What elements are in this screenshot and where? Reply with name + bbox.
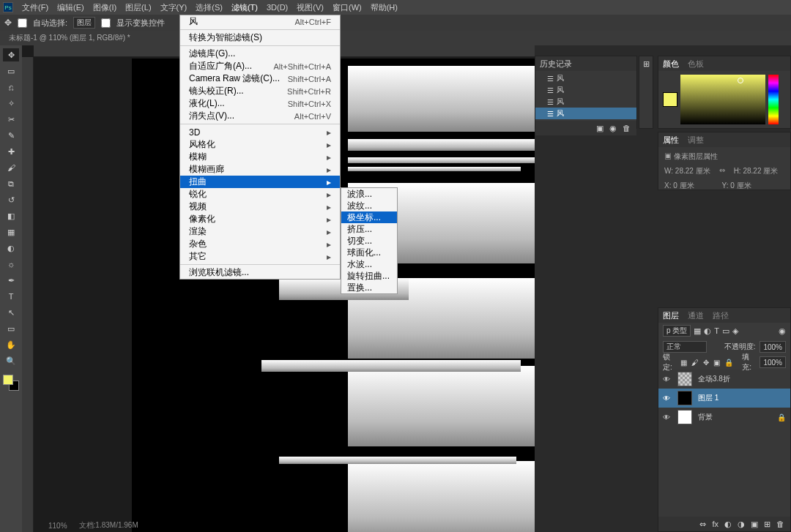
filter-other[interactable]: 其它: [180, 250, 340, 263]
menu-filter[interactable]: 滤镜(T): [227, 2, 262, 13]
color-field[interactable]: [680, 75, 765, 124]
menu-help[interactable]: 帮助(H): [366, 2, 402, 13]
lasso-tool[interactable]: ⎌: [3, 80, 19, 94]
layer-name[interactable]: 背景: [698, 412, 713, 422]
layer-row[interactable]: 👁 全场3.8折: [658, 370, 790, 389]
layer-name[interactable]: 全场3.8折: [698, 374, 730, 384]
layer-name[interactable]: 图层 1: [698, 393, 718, 403]
filter-adaptive-wide[interactable]: 自适应广角(A)...Alt+Shift+Ctrl+A: [180, 60, 340, 72]
lock-all-icon[interactable]: 🔒: [724, 359, 733, 367]
adjustment-layer-icon[interactable]: ◑: [738, 520, 745, 529]
filter-shape-icon[interactable]: ▭: [722, 326, 729, 336]
menu-edit[interactable]: 编辑(E): [53, 2, 89, 13]
swatches-tab[interactable]: 色板: [688, 59, 704, 70]
history-state[interactable]: ☰风: [535, 72, 636, 84]
color-swatches[interactable]: [3, 375, 19, 391]
delete-state-icon[interactable]: 🗑: [623, 124, 631, 132]
filter-vanishing-point[interactable]: 消失点(V)...Alt+Ctrl+V: [180, 110, 340, 122]
filter-liquify[interactable]: 液化(L)...Shift+Ctrl+X: [180, 97, 340, 110]
history-brush-tool[interactable]: ↺: [3, 193, 19, 206]
layer-row[interactable]: 👁 图层 1: [658, 389, 790, 408]
layer-filter-kind[interactable]: p 类型: [663, 325, 691, 337]
distort-wave[interactable]: 波浪...: [341, 188, 397, 200]
healing-tool[interactable]: ✚: [3, 145, 19, 158]
visibility-icon[interactable]: 👁: [663, 394, 672, 402]
menu-image[interactable]: 图像(I): [89, 2, 121, 13]
filter-smart-icon[interactable]: ◈: [732, 326, 738, 336]
paths-tab[interactable]: 路径: [713, 310, 729, 321]
filter-lens-correction[interactable]: 镜头校正(R)...Shift+Ctrl+R: [180, 85, 340, 97]
collapsed-panel-icon[interactable]: ⊞: [643, 59, 650, 69]
history-state[interactable]: ☰风: [535, 96, 636, 108]
filter-render[interactable]: 渲染: [180, 225, 340, 238]
link-layers-icon[interactable]: ⇔: [699, 520, 706, 529]
hue-slider[interactable]: [768, 75, 779, 124]
filter-stylize[interactable]: 风格化: [180, 138, 340, 151]
filter-type-icon[interactable]: T: [714, 326, 719, 335]
blur-tool[interactable]: ◐: [3, 241, 19, 255]
eyedropper-tool[interactable]: ✎: [3, 129, 19, 142]
properties-tab[interactable]: 属性: [663, 135, 679, 146]
history-state[interactable]: ☰风: [535, 108, 636, 119]
document-tab[interactable]: 未标题-1 @ 110% (图层 1, RGB/8#) *: [3, 33, 136, 43]
transform-ctrls-checkbox[interactable]: [101, 18, 111, 28]
shape-tool[interactable]: ▭: [3, 322, 19, 335]
lock-transparency-icon[interactable]: ▦: [680, 359, 687, 367]
menu-window[interactable]: 窗口(W): [328, 2, 366, 13]
filter-blur-gallery[interactable]: 模糊画廊: [180, 163, 340, 176]
layer-thumbnail[interactable]: [677, 372, 692, 386]
new-layer-icon[interactable]: ⊞: [764, 520, 770, 529]
path-select-tool[interactable]: ↖: [3, 306, 19, 319]
x-field[interactable]: X: 0 厘米: [664, 181, 694, 191]
filter-distort[interactable]: 扭曲: [180, 176, 340, 188]
move-tool[interactable]: ✥: [3, 48, 19, 61]
delete-layer-icon[interactable]: 🗑: [776, 520, 784, 528]
marquee-tool[interactable]: ▭: [3, 64, 19, 78]
visibility-icon[interactable]: 👁: [663, 375, 672, 383]
crop-tool[interactable]: ✂: [3, 113, 19, 126]
channels-tab[interactable]: 通道: [688, 310, 704, 321]
layer-thumbnail[interactable]: [677, 410, 692, 424]
filter-toggle-icon[interactable]: ◉: [779, 326, 786, 336]
opacity-value[interactable]: 100%: [760, 341, 786, 353]
distort-spherize[interactable]: 球面化...: [341, 247, 397, 258]
filter-pixel-icon[interactable]: ▦: [694, 326, 701, 336]
history-tab[interactable]: 历史记录: [535, 56, 636, 71]
adjustments-tab[interactable]: 调整: [688, 135, 704, 146]
menu-layer[interactable]: 图层(L): [121, 2, 155, 13]
filter-noise[interactable]: 杂色: [180, 238, 340, 250]
lock-pixels-icon[interactable]: 🖌: [691, 359, 699, 367]
link-wh-icon[interactable]: ⇔: [719, 166, 725, 176]
filter-video[interactable]: 视频: [180, 201, 340, 213]
blend-mode-select[interactable]: 正常: [663, 341, 707, 353]
dodge-tool[interactable]: ☼: [3, 258, 19, 271]
gradient-tool[interactable]: ▦: [3, 225, 19, 239]
type-tool[interactable]: T: [3, 290, 19, 303]
menu-view[interactable]: 视图(V): [292, 2, 328, 13]
distort-pinch[interactable]: 挤压...: [341, 223, 397, 235]
create-snapshot-icon[interactable]: ▣: [596, 124, 604, 133]
foreground-color-swatch[interactable]: [3, 375, 13, 385]
height-field[interactable]: H: 28.22 厘米: [734, 166, 779, 176]
lock-artboard-icon[interactable]: ▣: [713, 359, 720, 367]
layer-thumbnail[interactable]: [677, 391, 692, 405]
lock-position-icon[interactable]: ✥: [703, 359, 709, 367]
zoom-tool[interactable]: 🔍: [3, 354, 19, 367]
stamp-tool[interactable]: ⧉: [3, 177, 19, 190]
menu-type[interactable]: 文字(Y): [156, 2, 192, 13]
new-group-icon[interactable]: ▣: [751, 520, 758, 529]
color-tab[interactable]: 颜色: [663, 59, 679, 70]
pen-tool[interactable]: ✒: [3, 274, 19, 287]
autoselect-checkbox[interactable]: [18, 18, 27, 28]
visibility-icon[interactable]: 👁: [663, 413, 672, 422]
wand-tool[interactable]: ✧: [3, 97, 19, 110]
filter-pixelate[interactable]: 像素化: [180, 213, 340, 225]
menu-file[interactable]: 文件(F): [18, 2, 53, 13]
brush-tool[interactable]: 🖌: [3, 161, 19, 174]
hand-tool[interactable]: ✋: [3, 338, 19, 351]
filter-gallery[interactable]: 滤镜库(G)...: [180, 48, 340, 60]
eraser-tool[interactable]: ◧: [3, 209, 19, 222]
layer-fx-icon[interactable]: fx: [712, 520, 718, 528]
distort-zigzag[interactable]: 水波...: [341, 258, 397, 270]
autoselect-target[interactable]: 图层: [73, 17, 95, 29]
